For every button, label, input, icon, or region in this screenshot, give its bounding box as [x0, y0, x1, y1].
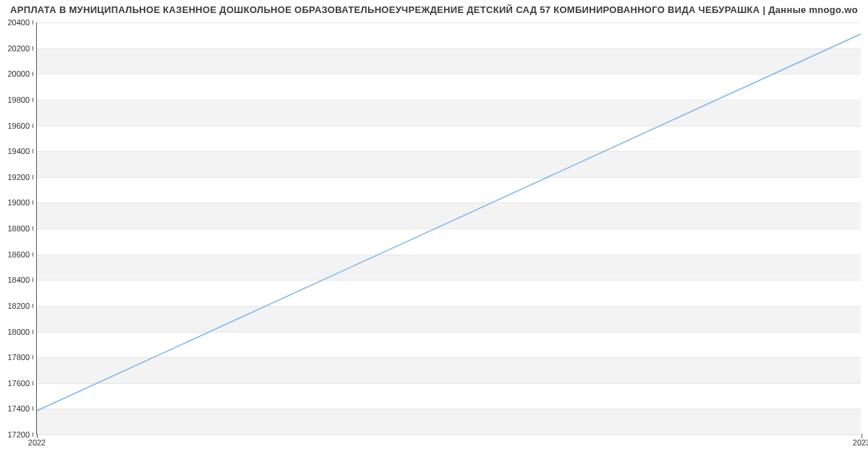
y-tick-label: 18200 — [7, 302, 30, 310]
y-tickmark — [33, 304, 33, 308]
y-tick-label: 20400 — [7, 18, 30, 27]
y-tickmark — [33, 330, 33, 334]
y-tickmark — [33, 200, 33, 205]
x-tick-label: 2023 — [853, 438, 868, 447]
y-tickmark — [33, 72, 33, 76]
y-tickmark — [33, 252, 33, 257]
y-tickmark — [33, 149, 33, 153]
chart-container: 1720017400176001780018000182001840018600… — [0, 15, 868, 456]
y-tickmark — [33, 20, 33, 25]
y-tickmark — [33, 175, 33, 179]
y-tick-label: 19200 — [7, 173, 30, 181]
y-tickmark — [33, 226, 33, 231]
y-tick-label: 17400 — [7, 404, 30, 413]
data-line — [37, 34, 861, 411]
y-tick-label: 18600 — [7, 250, 30, 259]
y-tick-label: 19800 — [7, 95, 30, 104]
y-tickmark — [33, 98, 33, 102]
y-tick-label: 19400 — [7, 147, 30, 155]
y-tick-label: 18000 — [7, 328, 30, 336]
y-tickmark — [33, 432, 33, 437]
y-tick-label: 19000 — [7, 198, 30, 207]
y-tick-label: 20000 — [7, 69, 30, 78]
plot-area: 1720017400176001780018000182001840018600… — [36, 22, 861, 435]
y-tickmark — [33, 124, 33, 128]
y-tick-label: 17200 — [7, 430, 30, 439]
chart-title: АРПЛАТА В МУНИЦИПАЛЬНОЕ КАЗЕННОЕ ДОШКОЛЬ… — [0, 0, 868, 15]
y-tickmark — [33, 46, 33, 51]
y-tickmark — [33, 278, 33, 282]
y-tick-label: 20200 — [7, 44, 30, 53]
gridline — [37, 435, 861, 435]
y-tick-label: 19600 — [7, 121, 30, 130]
y-tickmark — [33, 381, 33, 385]
line-layer — [37, 22, 861, 434]
y-tick-label: 17800 — [7, 353, 30, 362]
y-tickmark — [33, 406, 33, 411]
x-tick-label: 2022 — [28, 438, 46, 447]
y-tickmark — [33, 355, 33, 359]
y-tick-label: 17600 — [7, 379, 30, 388]
y-tick-label: 18800 — [7, 224, 30, 233]
y-tick-label: 18400 — [7, 275, 30, 284]
